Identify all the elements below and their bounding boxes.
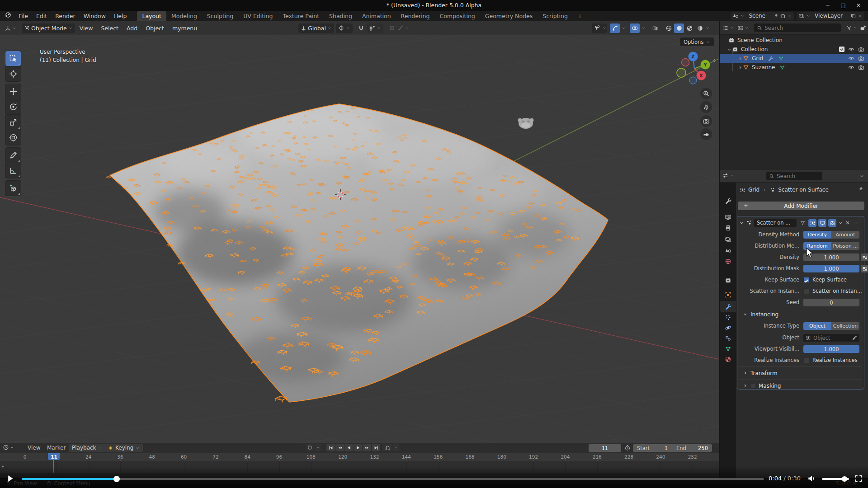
viewport-menu-object[interactable]: Object — [142, 23, 168, 33]
snap-toggle[interactable] — [356, 23, 366, 33]
tool-move[interactable] — [5, 84, 21, 99]
viewport-menu-add[interactable]: Add — [123, 23, 141, 33]
shading-rendered-button[interactable] — [695, 23, 705, 33]
properties-search-input[interactable]: Search — [766, 172, 822, 180]
outliner-row-suzanne[interactable]: Suzanne — [720, 63, 868, 72]
outliner-row-collection[interactable]: Collection — [720, 45, 868, 54]
properties-tab-modifiers[interactable] — [720, 301, 736, 312]
tool-add-cube[interactable] — [5, 181, 21, 196]
auto-key-dropdown[interactable] — [315, 444, 321, 451]
player-volume-button[interactable] — [807, 474, 816, 483]
scene-selector[interactable]: Scene — [731, 12, 794, 20]
tool-annotate[interactable] — [5, 148, 21, 163]
auto-key-button[interactable] — [306, 444, 314, 451]
topbar-menu-render[interactable]: Render — [51, 11, 80, 21]
prop-row-masking[interactable]: Masking — [743, 382, 781, 389]
prop-row-viewport-visibil--field[interactable]: 1.000 — [803, 345, 859, 353]
properties-tab-view-layer[interactable] — [720, 234, 736, 244]
player-progress-track[interactable] — [22, 478, 764, 480]
options-button[interactable]: Options — [680, 38, 714, 46]
viewport-pan-button[interactable] — [700, 101, 712, 113]
viewport-scene[interactable] — [0, 35, 719, 443]
shading-material-button[interactable] — [684, 23, 694, 33]
viewport-toggle-ortho-button[interactable] — [700, 128, 712, 140]
sidebar-collapse-icon[interactable] — [712, 56, 717, 65]
channel-expander-icon[interactable]: ▸ — [2, 464, 4, 469]
tool-scale[interactable] — [5, 115, 21, 130]
shading-solid-button[interactable] — [674, 23, 684, 33]
prop-row-density-method-option-1[interactable]: Amount — [831, 231, 859, 239]
prop-row-instance-type-option-1[interactable]: Collection — [831, 322, 859, 330]
topbar-menu-file[interactable]: File — [14, 11, 32, 21]
proportional-editing-toggle[interactable] — [387, 23, 397, 33]
collection-checkbox[interactable] — [839, 47, 844, 52]
timeline-editor-type[interactable] — [3, 444, 14, 450]
prop-row-transform[interactable]: Transform — [743, 369, 778, 377]
loop-button[interactable] — [382, 444, 392, 451]
prop-row-object-picker[interactable]: Object — [803, 334, 859, 342]
keying-dropdown[interactable]: Keying — [105, 444, 143, 452]
player-volume-knob[interactable] — [842, 476, 847, 482]
properties-tab-physics[interactable] — [720, 322, 736, 333]
timeline-ruler[interactable]: 0243648607284961081201321441561681801922… — [0, 453, 719, 461]
tool-cursor[interactable] — [5, 66, 21, 81]
modifier-drag-handle[interactable]: :::: — [852, 221, 859, 225]
start-frame-field[interactable]: Start1 — [633, 444, 672, 452]
tool-transform[interactable] — [5, 130, 21, 145]
prop-row-instancing[interactable]: Instancing — [743, 310, 778, 318]
viewport-camera-view-button[interactable] — [700, 115, 712, 127]
properties-tab-scene[interactable] — [720, 245, 736, 256]
properties-editor-type[interactable] — [722, 172, 734, 179]
properties-tab-data[interactable] — [720, 343, 736, 354]
breadcrumb-pin-button[interactable] — [858, 186, 863, 192]
selectability-dropdown[interactable] — [592, 23, 607, 33]
workspace-tab-modeling[interactable]: Modeling — [166, 11, 202, 21]
tool-rotate[interactable] — [5, 99, 21, 114]
topbar-menu-help[interactable]: Help — [110, 11, 131, 21]
outliner-filter-dropdown[interactable] — [845, 25, 858, 31]
transport-key-prev-button[interactable] — [335, 444, 344, 451]
outliner-search-input[interactable]: Search — [754, 23, 841, 32]
add-modifier-button[interactable]: Add Modifier — [738, 202, 864, 210]
close-icon[interactable]: ✕ — [853, 1, 864, 10]
properties-tab-render[interactable] — [720, 211, 736, 222]
prop-row-density-method-segmented[interactable]: DensityAmount — [803, 231, 859, 239]
workspace-tab-uv-editing[interactable]: UV Editing — [238, 11, 278, 21]
outliner-display-mode-dropdown[interactable] — [722, 25, 735, 31]
prop-row-density-texture-button[interactable] — [861, 253, 868, 261]
snap-with-dropdown[interactable] — [367, 23, 383, 33]
modifier-viewport-toggle[interactable] — [818, 219, 826, 227]
workspace-tab-shading[interactable]: Shading — [324, 11, 357, 21]
transport-skip-start-button[interactable] — [326, 444, 335, 451]
viewport-menu-mymenu[interactable]: mymenu — [169, 23, 201, 33]
properties-tab-particles[interactable] — [720, 312, 736, 323]
prop-row-seed-field[interactable]: 0 — [803, 299, 859, 306]
workspace-tab-scripting[interactable]: Scripting — [538, 11, 573, 21]
outliner-filter-image-dropdown[interactable] — [736, 25, 750, 31]
transport-skip-end-button[interactable] — [372, 444, 380, 451]
prop-row-distribution-mask-texture-button[interactable] — [861, 265, 868, 272]
properties-options-dropdown[interactable] — [859, 174, 864, 178]
properties-tab-output[interactable] — [720, 222, 736, 233]
properties-tab-constraints[interactable] — [720, 333, 736, 343]
prop-row-distribution-me--option-1[interactable]: Poisson ... — [831, 242, 859, 250]
prop-row-keep-surface-checkbox[interactable] — [803, 277, 809, 283]
viewlayer-selector[interactable]: ViewLayer — [797, 12, 864, 20]
loop-dropdown[interactable] — [393, 444, 399, 451]
new-collection-button[interactable] — [860, 25, 866, 31]
navigation-gizmo[interactable]: ZYX — [675, 49, 716, 90]
show-gizmo-toggle[interactable] — [610, 23, 620, 33]
prop-row-instance-type-option-0[interactable]: Object — [803, 322, 831, 330]
properties-tab-material[interactable] — [720, 354, 736, 365]
viewport-3d[interactable]: Object ModeViewSelectAddObjectmymenuGlob… — [0, 21, 719, 443]
topbar-menu-edit[interactable]: Edit — [32, 11, 51, 21]
xray-toggle[interactable] — [650, 23, 660, 33]
workspace-tab-animation[interactable]: Animation — [357, 11, 396, 21]
player-play-button[interactable] — [5, 474, 15, 483]
properties-tab-world[interactable] — [720, 256, 736, 267]
transform-orientation-dropdown[interactable]: Global — [298, 23, 334, 33]
properties-tab-collection[interactable] — [720, 275, 736, 286]
minimize-icon[interactable]: ─ — [822, 1, 834, 10]
prop-row-density-method-option-0[interactable]: Density — [803, 231, 831, 239]
modifier-cage-toggle[interactable] — [808, 219, 816, 227]
